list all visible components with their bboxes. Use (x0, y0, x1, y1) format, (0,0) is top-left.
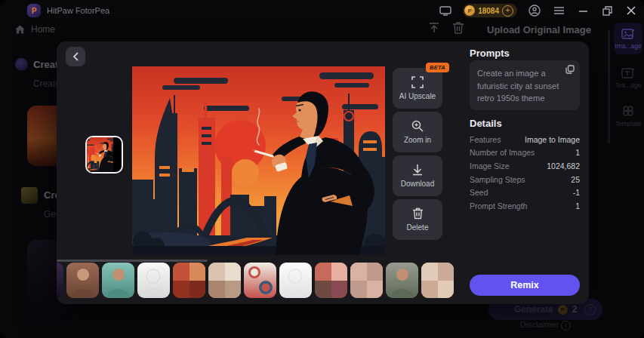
ai-upscale-button[interactable]: BETA AI Upscale (393, 68, 442, 109)
generated-image[interactable] (132, 66, 385, 255)
collage-cell (438, 263, 454, 281)
back-chevron-icon (72, 52, 79, 61)
detail-value: 1024,682 (547, 161, 580, 171)
thumb-man-outdoor[interactable] (386, 263, 418, 298)
close-button[interactable] (624, 4, 638, 17)
detail-row: Number of Images1 (470, 146, 580, 160)
collage-cell (367, 263, 384, 281)
title-bar: P HitPaw FotorPea P 18084 + (0, 0, 644, 21)
detail-label: Features (470, 135, 501, 144)
thumb-sketch-woman[interactable] (137, 263, 170, 298)
portrait-bust (72, 289, 94, 298)
thumb-sketch-faces[interactable] (279, 263, 312, 298)
detail-value: 1 (575, 148, 580, 157)
image-actions: BETA AI Upscale Zoom in Download Delete (393, 68, 442, 243)
portrait-head (112, 269, 125, 281)
detail-value: Image to Image (525, 135, 580, 144)
detail-value: 25 (571, 175, 580, 184)
detail-label: Number of Images (470, 148, 535, 157)
app-logo: P (27, 4, 41, 17)
collage-cell (331, 263, 348, 281)
portrait-head (77, 269, 89, 281)
collage-cell (421, 263, 438, 281)
detail-label: Image Size (470, 161, 510, 171)
collage-cell (208, 281, 225, 299)
download-button[interactable]: Download (393, 155, 442, 196)
detail-row: FeaturesImage to Image (470, 133, 580, 146)
details-panel: Prompts Create an image a futuristic cit… (461, 41, 589, 304)
collage-cell (190, 263, 206, 281)
details-header: Details (470, 118, 502, 129)
thumb-edge-sliver[interactable] (57, 263, 63, 298)
detail-row: Seed-1 (470, 186, 580, 199)
collage-cell (438, 281, 454, 299)
horizontal-scrollbar[interactable] (57, 260, 208, 262)
thumb-collage-orange-figures[interactable] (173, 263, 205, 298)
thumbnail-strip (57, 263, 461, 298)
detail-label: Seed (470, 188, 488, 197)
monitor-icon[interactable] (439, 4, 452, 17)
thumb-sticker-badges[interactable] (244, 263, 276, 298)
prompts-header: Prompts (470, 48, 510, 59)
detail-row: Image Size1024,682 (470, 159, 580, 173)
copy-icon[interactable] (565, 65, 575, 78)
delete-button[interactable]: Delete (393, 199, 442, 240)
collage-cell (208, 263, 225, 281)
portrait-bust (108, 289, 129, 298)
minimize-button[interactable] (576, 4, 590, 17)
app-window: Home Creatio Create a Creatio Generat Up… (0, 0, 644, 338)
detail-value: -1 (573, 188, 580, 197)
ai-upscale-icon (411, 76, 424, 88)
action-label: Zoom in (404, 136, 431, 144)
app-title: HitPaw FotorPea (47, 6, 109, 15)
zoom-in-icon (411, 120, 424, 132)
collage-cell (173, 281, 190, 299)
add-credits-button[interactable]: + (502, 5, 513, 17)
back-button[interactable] (66, 47, 85, 66)
credits-badge[interactable]: P 18084 + (463, 4, 517, 17)
portrait-head (396, 269, 408, 281)
sketch-face (279, 263, 312, 298)
detail-label: Sampling Steps (470, 175, 525, 184)
detail-label: Prompt Strength (470, 201, 527, 210)
detail-row: Sampling Steps25 (470, 173, 580, 186)
action-label: Download (401, 180, 434, 188)
prompt-box: Create an image a futuristic city at sun… (470, 60, 580, 110)
portrait-bust (392, 289, 413, 298)
collage-cell (225, 263, 242, 281)
action-label: AI Upscale (399, 92, 436, 100)
collage-cell (350, 263, 367, 281)
action-label: Delete (407, 223, 429, 232)
collage-cell (315, 281, 331, 299)
collage-cell (350, 281, 367, 299)
thumb-portrait-grid-blonde[interactable] (421, 263, 454, 298)
thumb-portrait-man-brick[interactable] (66, 263, 99, 298)
collage-cell (367, 281, 384, 299)
download-icon (411, 164, 424, 176)
collage-cell (331, 281, 348, 299)
remix-label: Remix (510, 280, 539, 290)
menu-icon[interactable] (552, 4, 565, 17)
zoom-in-button[interactable]: Zoom in (393, 112, 442, 152)
collage-cell (190, 281, 206, 299)
remix-button[interactable]: Remix (470, 275, 580, 296)
thumb-portrait-man-teal[interactable] (102, 263, 134, 298)
collage-cell (421, 281, 438, 299)
sketch-face (137, 263, 170, 298)
restore-button[interactable] (600, 4, 614, 17)
thumb-anime-dolls[interactable] (315, 263, 347, 298)
beta-badge: BETA (426, 63, 449, 72)
details-rows: FeaturesImage to ImageNumber of Images1I… (470, 133, 580, 213)
coin-icon: P (464, 5, 475, 16)
collage-cell (173, 263, 190, 281)
thumb-portrait-grid-woman[interactable] (350, 263, 383, 298)
detail-row: Prompt Strength1 (470, 199, 580, 213)
prompt-text: Create an image a futuristic city at sun… (477, 69, 559, 103)
selected-image-thumbnail[interactable] (85, 136, 123, 174)
badge-stickers (244, 263, 276, 298)
image-detail-modal: BETA AI Upscale Zoom in Download Delete … (57, 41, 589, 304)
credits-count: 18084 (478, 7, 499, 15)
thumb-sticker-collage-beige[interactable] (208, 263, 241, 298)
user-icon[interactable] (528, 4, 541, 17)
collage-cell (315, 263, 331, 281)
